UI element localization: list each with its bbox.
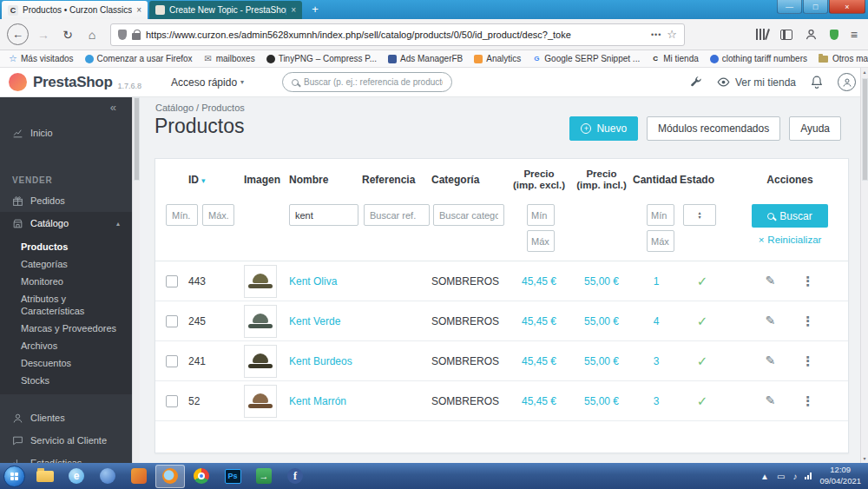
- scroll-down-icon[interactable]: ▾: [861, 454, 868, 463]
- product-quantity[interactable]: 3: [633, 395, 680, 407]
- sidebar-item-stocks[interactable]: Stocks: [0, 372, 132, 389]
- taskbar-photoshop-button[interactable]: Ps: [218, 465, 247, 488]
- edit-icon[interactable]: ✎: [766, 314, 776, 329]
- page-actions-icon[interactable]: •••: [651, 30, 661, 39]
- taskbar-chrome-button[interactable]: [187, 465, 216, 488]
- extension-shield-icon[interactable]: [830, 30, 838, 40]
- filter-id-max-input[interactable]: [202, 204, 234, 226]
- sidebar-item-productos[interactable]: Productos: [0, 238, 132, 255]
- sidebar-item-archivos[interactable]: Archivos: [0, 337, 132, 354]
- filter-reference-input[interactable]: [364, 204, 430, 226]
- bookmark-item[interactable]: ☆Más visitados: [9, 54, 74, 63]
- sidebar-item-pedidos[interactable]: Pedidos: [0, 189, 132, 212]
- notifications-bell-icon[interactable]: [811, 76, 823, 89]
- scrollbar-thumb[interactable]: [134, 97, 140, 181]
- home-button[interactable]: ⌂: [82, 25, 102, 44]
- row-menu-icon[interactable]: ⋮: [801, 274, 814, 289]
- row-menu-icon[interactable]: ⋮: [801, 314, 814, 329]
- reset-filters-link[interactable]: × Reinicializar: [759, 235, 822, 245]
- admin-search-input[interactable]: [304, 77, 443, 87]
- bookmark-item[interactable]: Comenzar a usar Firefox: [85, 54, 193, 63]
- sidebar-item-marcas[interactable]: Marcas y Proveedores: [0, 320, 132, 337]
- prestashop-logo-icon[interactable]: [9, 73, 27, 91]
- lock-icon[interactable]: [132, 33, 141, 40]
- new-product-button[interactable]: + Nuevo: [569, 116, 638, 141]
- bookmark-item[interactable]: GGoogle SERP Snippet ...: [532, 54, 640, 63]
- scroll-up-icon[interactable]: ▴: [861, 68, 868, 76]
- page-scrollbar[interactable]: ▴ ▾: [860, 68, 868, 463]
- column-header-precio-excl[interactable]: Precio (imp. excl.): [508, 169, 570, 191]
- column-header-nombre[interactable]: Nombre: [289, 174, 362, 186]
- window-maximize-button[interactable]: □: [803, 0, 828, 14]
- filter-quantity-max-input[interactable]: [647, 230, 674, 252]
- url-text[interactable]: https://www.curzon.es/admin5628xumnh/ind…: [146, 30, 646, 40]
- product-name-link[interactable]: Kent Burdeos: [289, 355, 362, 367]
- view-shop-link[interactable]: Ver mi tienda: [717, 76, 796, 89]
- product-name-link[interactable]: Kent Verde: [289, 315, 362, 327]
- filter-name-input[interactable]: [289, 204, 358, 226]
- filter-price-max-input[interactable]: [527, 230, 555, 252]
- tab-close-icon[interactable]: ×: [291, 5, 296, 15]
- bookmark-item[interactable]: CMi tienda: [651, 54, 699, 63]
- product-thumbnail[interactable]: [244, 265, 277, 298]
- status-check-icon[interactable]: ✓: [680, 354, 725, 369]
- forward-button[interactable]: →: [34, 25, 53, 44]
- other-bookmarks[interactable]: Otros marcadores: [819, 54, 868, 63]
- tab-close-icon[interactable]: ×: [136, 5, 141, 15]
- product-thumbnail[interactable]: [244, 345, 277, 378]
- sort-desc-icon[interactable]: ▾: [201, 176, 206, 185]
- breadcrumb-productos[interactable]: Productos: [201, 102, 245, 113]
- window-close-button[interactable]: ×: [829, 0, 865, 14]
- browser-tab-forum[interactable]: Create New Topic - PrestaShop ×: [149, 1, 302, 19]
- quick-access-dropdown[interactable]: Acceso rápido▾: [171, 76, 244, 89]
- taskbar-app-button[interactable]: [93, 465, 122, 488]
- taskbar-explorer-button[interactable]: [30, 465, 60, 488]
- sidebar-item-categorias[interactable]: Categorías: [0, 255, 132, 273]
- profile-avatar[interactable]: [838, 73, 856, 91]
- scrollbar-thumb[interactable]: [862, 78, 868, 181]
- breadcrumb-catalogo[interactable]: Catálogo: [155, 102, 194, 113]
- library-icon[interactable]: [756, 29, 768, 40]
- bookmark-item[interactable]: Ads ManagerFB: [388, 54, 463, 63]
- prestashop-brand[interactable]: PrestaShop: [33, 74, 112, 91]
- edit-icon[interactable]: ✎: [766, 393, 776, 409]
- sidebar-item-servicio[interactable]: Servicio al Cliente: [0, 429, 132, 452]
- recommended-modules-button[interactable]: Módulos recomendados: [647, 116, 780, 141]
- admin-search-bar[interactable]: [282, 72, 452, 92]
- row-select-checkbox[interactable]: [166, 355, 178, 367]
- browser-tab-products[interactable]: C Productos • Curzon Classics SL ×: [2, 1, 148, 19]
- sidebar-item-catalogo[interactable]: Catálogo ▴: [0, 212, 132, 235]
- column-header-id[interactable]: ID▾: [188, 174, 244, 186]
- start-button[interactable]: [3, 466, 25, 487]
- row-select-checkbox[interactable]: [166, 315, 178, 327]
- bookmark-item[interactable]: Analytics: [474, 54, 521, 63]
- row-menu-icon[interactable]: ⋮: [801, 354, 814, 369]
- filter-quantity-min-input[interactable]: [647, 204, 674, 226]
- sidebar-panel-icon[interactable]: [780, 30, 792, 40]
- address-bar[interactable]: https://www.curzon.es/admin5628xumnh/ind…: [110, 23, 685, 46]
- search-button[interactable]: Buscar: [752, 204, 828, 228]
- sidebar-item-clientes[interactable]: Clientes: [0, 406, 132, 429]
- sidebar-scrollbar[interactable]: [132, 97, 140, 463]
- product-thumbnail[interactable]: [244, 305, 277, 338]
- product-quantity[interactable]: 3: [633, 355, 680, 367]
- column-header-cantidad[interactable]: Cantidad: [633, 174, 680, 186]
- back-button[interactable]: ←: [7, 23, 29, 45]
- filter-category-input[interactable]: [433, 204, 504, 226]
- debug-wrench-icon[interactable]: [689, 76, 702, 89]
- filter-id-min-input[interactable]: [166, 204, 198, 226]
- menu-icon[interactable]: ≡: [851, 28, 858, 42]
- column-header-estado[interactable]: Estado: [680, 174, 725, 186]
- product-name-link[interactable]: Kent Oliva: [289, 275, 362, 287]
- bookmark-item[interactable]: clothing tariff numbers: [710, 54, 807, 63]
- product-quantity[interactable]: 4: [633, 315, 680, 327]
- product-quantity[interactable]: 1: [633, 275, 680, 287]
- account-icon[interactable]: [805, 28, 818, 41]
- bookmark-star-icon[interactable]: ☆: [667, 28, 677, 41]
- edit-icon[interactable]: ✎: [766, 274, 776, 289]
- sidebar-collapse-button[interactable]: «: [110, 101, 116, 114]
- taskbar-facebook-button[interactable]: f: [280, 465, 310, 488]
- sidebar-item-descuentos[interactable]: Descuentos: [0, 354, 132, 372]
- help-button[interactable]: Ayuda: [789, 116, 841, 141]
- taskbar-app-button[interactable]: →: [249, 465, 279, 488]
